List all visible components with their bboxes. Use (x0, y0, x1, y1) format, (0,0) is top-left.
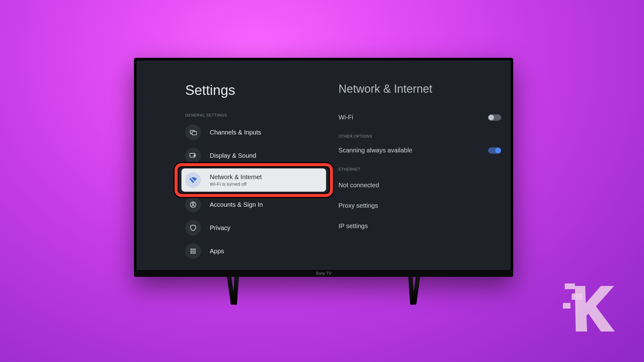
tv-brand-label: Sony TV (134, 270, 513, 277)
sidebar-item-apps[interactable]: Apps (185, 241, 339, 261)
sidebar-item-network-internet[interactable]: Network & Internet Wi-Fi is turned off (181, 168, 326, 192)
other-options-label: OTHER OPTIONS (339, 134, 501, 139)
page-title: Settings (185, 82, 339, 98)
tv-frame: Settings GENERAL SETTINGS Channels & Inp… (134, 58, 513, 277)
wifi-label: Wi-Fi (339, 114, 353, 121)
svg-rect-6 (191, 249, 192, 250)
svg-rect-11 (194, 250, 196, 252)
sidebar-item-label: Accounts & Sign In (210, 201, 263, 208)
display-sound-icon (185, 148, 201, 163)
sidebar-item-label: Network & Internet (210, 173, 262, 181)
svg-rect-10 (192, 250, 194, 252)
sidebar-item-privacy[interactable]: Privacy (185, 217, 339, 238)
sidebar-item-label: Privacy (210, 224, 230, 232)
sidebar-item-channels-inputs[interactable]: Channels & Inputs (185, 122, 339, 143)
svg-rect-7 (192, 249, 194, 250)
sidebar-item-label: Apps (210, 248, 224, 255)
tv-stand (134, 275, 513, 306)
ethernet-status[interactable]: Not connected (339, 177, 501, 193)
svg-rect-14 (194, 252, 196, 254)
svg-rect-12 (191, 252, 192, 254)
sidebar-item-label: Display & Sound (210, 152, 256, 159)
sidebar-section-label: GENERAL SETTINGS (185, 113, 339, 118)
settings-sidebar: Settings GENERAL SETTINGS Channels & Inp… (136, 60, 339, 270)
watermark-logo (562, 283, 614, 332)
scanning-toggle[interactable] (488, 147, 501, 154)
proxy-settings[interactable]: Proxy settings (339, 198, 501, 214)
sidebar-item-subtitle: Wi-Fi is turned off (210, 181, 262, 187)
sidebar-item-display-sound[interactable]: Display & Sound (185, 145, 339, 166)
scanning-label: Scanning always available (339, 147, 413, 154)
shield-icon (185, 220, 201, 236)
svg-rect-13 (192, 252, 194, 254)
detail-pane: Network & Internet Wi-Fi OTHER OPTIONS S… (339, 60, 511, 270)
wifi-toggle[interactable] (488, 114, 501, 121)
ethernet-section-label: ETHERNET (339, 167, 501, 172)
ip-settings[interactable]: IP settings (339, 218, 501, 234)
wifi-toggle-row[interactable]: Wi-Fi (339, 111, 501, 123)
sidebar-item-label: Channels & Inputs (210, 129, 261, 136)
apps-grid-icon (185, 243, 201, 259)
account-icon (185, 197, 201, 212)
svg-rect-1 (192, 132, 197, 135)
tv-screen: Settings GENERAL SETTINGS Channels & Inp… (136, 60, 511, 270)
svg-rect-8 (194, 249, 196, 250)
inputs-icon (185, 124, 201, 140)
sidebar-item-accounts-signin[interactable]: Accounts & Sign In (185, 194, 339, 215)
detail-title: Network & Internet (339, 82, 501, 96)
svg-point-5 (192, 203, 194, 205)
svg-rect-9 (191, 250, 192, 252)
wifi-off-icon (185, 172, 201, 188)
scanning-toggle-row[interactable]: Scanning always available (339, 144, 501, 156)
